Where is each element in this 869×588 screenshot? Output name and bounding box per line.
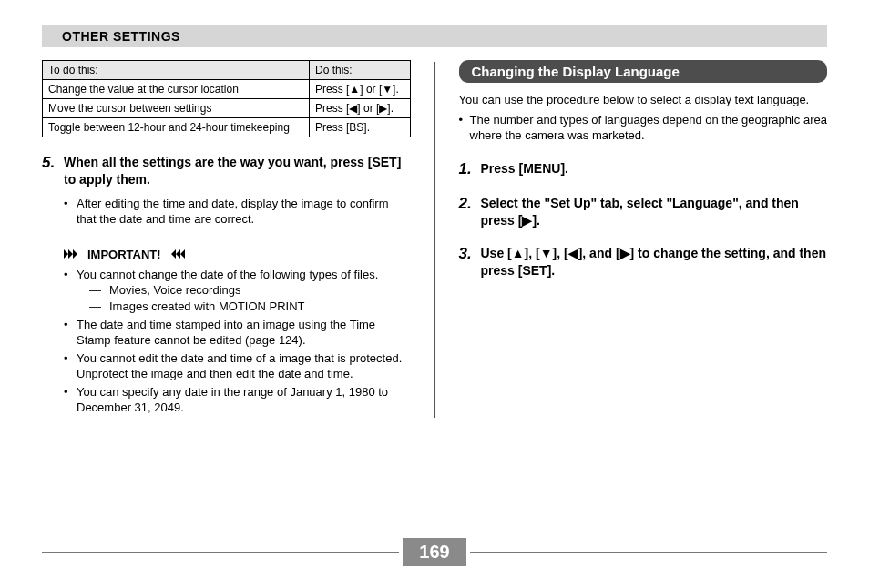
step-body: Select the "Set Up" tab, select "Languag…: [481, 195, 828, 229]
manual-page: OTHER SETTINGS To do this: Do this: Chan…: [0, 0, 869, 436]
bullet-icon: •: [64, 196, 77, 228]
important-item-body: You cannot change the date of the follow…: [77, 267, 378, 315]
step-number: 5.: [42, 154, 64, 228]
subsection-heading: Changing the Display Language: [459, 60, 828, 83]
column-divider: [434, 62, 435, 418]
important-item: • You cannot change the date of the foll…: [64, 267, 411, 315]
bullet-icon: •: [64, 384, 77, 416]
bullet-icon: •: [64, 317, 77, 349]
table-header-dothis: Do this:: [310, 61, 411, 80]
important-item-text: The date and time stamped into an image …: [77, 317, 411, 349]
table-cell: Move the cursor between settings: [43, 99, 310, 118]
important-item: • You can specify any date in the range …: [64, 384, 411, 416]
intro-subnote: • The number and types of languages depe…: [459, 112, 828, 144]
table-cell: Press [BS].: [310, 118, 411, 137]
section-header-text: OTHER SETTINGS: [62, 29, 180, 44]
step-5: 5. When all the settings are the way you…: [42, 154, 411, 228]
left-column: To do this: Do this: Change the value at…: [42, 60, 411, 418]
table-cell: Toggle between 12-hour and 24-hour timek…: [43, 118, 310, 137]
step-body: Press [MENU].: [481, 160, 828, 178]
bullet-icon: •: [459, 112, 468, 144]
dash-item: —Images created with MOTION PRINT: [89, 299, 378, 315]
important-label: IMPORTANT!: [87, 248, 161, 261]
step-title: Use [▲], [▼], [◀], and [▶] to change the…: [481, 245, 828, 279]
table-cell: Press [▲] or [▼].: [310, 80, 411, 99]
table-cell: Change the value at the cursor location: [43, 80, 310, 99]
step-subnote: • After editing the time and date, displ…: [64, 196, 411, 228]
step-number: 2.: [459, 195, 481, 229]
page-footer: 169: [42, 538, 827, 566]
table-row: Toggle between 12-hour and 24-hour timek…: [43, 118, 411, 137]
step-number: 1.: [459, 160, 481, 178]
step-3: 3. Use [▲], [▼], [◀], and [▶] to change …: [459, 245, 828, 279]
table-row: Change the value at the cursor location …: [43, 80, 411, 99]
important-header: IMPORTANT!: [64, 248, 411, 261]
dash-sublist: —Movies, Voice recordings —Images create…: [89, 282, 378, 314]
intro-subnote-text: The number and types of languages depend…: [468, 112, 828, 144]
step-body: When all the settings are the way you wa…: [64, 154, 411, 228]
step-number: 3.: [459, 245, 481, 279]
footer-rule-right: [470, 552, 827, 553]
section-header-bar: OTHER SETTINGS: [42, 25, 827, 47]
important-item-text: You cannot edit the date and time of a i…: [77, 350, 411, 382]
dash-icon: —: [89, 299, 109, 315]
right-column: Changing the Display Language You can us…: [459, 60, 828, 418]
bullet-icon: •: [64, 267, 77, 315]
important-item: • You cannot edit the date and time of a…: [64, 350, 411, 382]
table-row: Move the cursor between settings Press […: [43, 99, 411, 118]
table-cell: Press [◀] or [▶].: [310, 99, 411, 118]
page-number: 169: [403, 538, 465, 566]
controls-table: To do this: Do this: Change the value at…: [42, 60, 411, 137]
arrow-left-deco-icon: [165, 249, 185, 259]
important-item: • The date and time stamped into an imag…: [64, 317, 411, 349]
dash-icon: —: [89, 282, 109, 299]
dash-item-text: Movies, Voice recordings: [109, 282, 241, 299]
important-item-text: You can specify any date in the range of…: [77, 384, 411, 416]
step-title: Select the "Set Up" tab, select "Languag…: [481, 195, 828, 229]
step-title: Press [MENU].: [481, 160, 828, 177]
intro-text: You can use the procedure below to selec…: [459, 92, 828, 108]
step-body: Use [▲], [▼], [◀], and [▶] to change the…: [481, 245, 828, 279]
footer-rule-left: [42, 552, 399, 553]
important-list: • You cannot change the date of the foll…: [64, 267, 411, 416]
table-header-todo: To do this:: [43, 61, 310, 80]
important-item-text: You cannot change the date of the follow…: [77, 268, 378, 281]
important-block: IMPORTANT! • You cannot change the date …: [64, 248, 411, 416]
two-column-layout: To do this: Do this: Change the value at…: [42, 60, 827, 418]
footer-line: 169: [42, 538, 827, 566]
step-title: When all the settings are the way you wa…: [64, 154, 411, 188]
bullet-icon: •: [64, 350, 77, 382]
dash-item: —Movies, Voice recordings: [89, 282, 378, 299]
step-subnote-text: After editing the time and date, display…: [77, 196, 411, 228]
step-2: 2. Select the "Set Up" tab, select "Lang…: [459, 195, 828, 229]
dash-item-text: Images created with MOTION PRINT: [109, 299, 305, 315]
subsection-heading-text: Changing the Display Language: [472, 64, 680, 79]
step-1: 1. Press [MENU].: [459, 160, 828, 178]
arrow-right-deco-icon: [64, 249, 84, 259]
